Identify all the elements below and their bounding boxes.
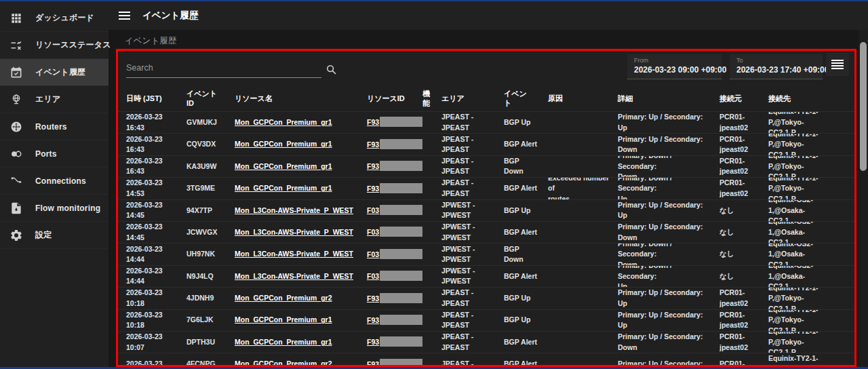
resource-name-link[interactable]: Mon_GCPCon_Premium_gr1 [235,117,332,128]
redaction-mask [380,139,422,149]
cell-cause [548,310,618,331]
sidebar-item-routers[interactable]: Routers [0,113,108,140]
resource-name-link[interactable]: Mon_L3Con-AWS-Private_P_WEST [235,227,353,238]
table-row: 2026-03-23 16:43GVMUKJMon_GCPCon_Premium… [118,112,854,134]
cell-area: JPWEST - JPWEST [441,222,504,243]
sidebar-item-event-history[interactable]: イベント履歴 [0,59,108,86]
resource-id-link[interactable]: F93 [367,162,379,170]
resource-id-link[interactable]: F03 [367,228,379,236]
cell-area: JPEAST - JPEAST [441,156,504,177]
cell-rid: F93 [367,134,422,155]
checklist-icon [9,39,23,52]
cell-fn [422,332,441,353]
cell-dst: Equinix-OS2-1,@Osaka- CC2-1 [768,222,854,243]
to-date-field[interactable]: To 2026-03-23 17:40 +09:00 [730,54,823,79]
resource-id-link[interactable]: F93 [367,316,379,324]
cell-dt: 2026-03-23 16:43 [118,134,186,155]
sidebar-item-ports[interactable]: Ports [0,140,108,168]
table-row: 2026-03-23 14:45JCWVGXMon_L3Con-AWS-Priv… [118,222,854,244]
cell-ev: BGP Alert [504,222,548,243]
cell-detail: Primary: Down / Secondary: Down [618,244,719,265]
cell-ev: BGP Alert [504,332,548,353]
cell-rid: F93 [367,353,422,367]
cell-detail: Primary: Up / Secondary: Down [618,332,719,353]
menu-icon[interactable] [117,9,132,22]
resource-name-link[interactable]: Mon_GCPCon_Premium_gr2 [235,359,332,367]
cell-detail: Primary: Up / Secondary: Up [618,310,719,331]
column-header-res: リソース名 [235,85,367,111]
cell-cause [548,222,618,243]
resource-id-link[interactable]: F93 [367,140,379,149]
cell-dt: 2026-03-23 16:43 [118,156,186,177]
window-edge-top [0,0,868,1]
redaction-mask [380,293,422,303]
cell-dt: 2026-03-23 14:45 [118,200,186,221]
cell-area: JPEAST - JPEAST [441,332,504,353]
to-label: To [736,57,816,64]
cell-detail: Primary: Up / Secondary: Down [618,222,719,243]
resource-id-link[interactable]: F03 [367,250,379,258]
cell-detail: Primary: Up / Secondary: Up [618,288,719,309]
column-header-src: 接続元 [719,85,768,111]
sidebar-item-area[interactable]: エリア [0,86,108,113]
redaction-mask [380,249,422,259]
resource-id-link[interactable]: F93 [367,118,379,126]
cell-area: JPEAST - JPEAST [441,310,504,331]
resource-name-link[interactable]: Mon_L3Con-AWS-Private_P_WEST [235,271,353,282]
resource-id-link[interactable]: F93 [367,294,379,303]
cell-ev: BGP Alert [504,353,548,367]
sidebar-item-flow-monitoring[interactable]: Flow monitoring [0,195,108,222]
resource-name-link[interactable]: Mon_L3Con-AWS-Private_P_WEST [235,249,353,260]
cell-dst: Equinix-TY2-1-P,@Tokyo- CC2-1-P [768,310,854,331]
resource-name-link[interactable]: Mon_GCPCon_Premium_gr2 [235,293,332,304]
resource-name-link[interactable]: Mon_L3Con-AWS-Private_P_WEST [235,206,353,216]
cell-id: DPTH3U [186,332,235,353]
topbar: イベント履歴 [108,1,868,30]
cell-id: KA3U9W [186,156,235,177]
cell-res: Mon_L3Con-AWS-Private_P_WEST [235,266,367,287]
cell-res: Mon_L3Con-AWS-Private_P_WEST [235,222,367,243]
resource-name-link[interactable]: Mon_GCPCon_Premium_gr1 [235,183,332,194]
resource-name-link[interactable]: Mon_GCPCon_Premium_gr1 [235,139,332,150]
scrollbar-thumb[interactable] [860,42,867,171]
cell-ev: BGP Up [504,200,548,221]
resource-id-link[interactable]: F03 [367,272,379,280]
from-label: From [634,57,715,64]
cell-src: PCR01- jpeast02 [719,134,768,155]
search-field [126,60,321,78]
sidebar-item-resource-status[interactable]: リソースステータス [0,32,108,59]
search-input[interactable] [126,60,321,77]
sidebar-item-connections[interactable]: Connections [0,168,108,195]
resource-id-link[interactable]: F93 [367,360,379,367]
cell-ev: BGP Alert [504,178,548,199]
globe-icon [9,93,23,106]
vertical-scrollbar [859,30,868,367]
cell-area: JPWEST - JPWEST [441,266,504,287]
cell-dst: Equinix-TY2-1-P,@Tokyo- CC2-1-P [768,178,854,199]
cell-res: Mon_L3Con-AWS-Private_P_WEST [235,200,367,221]
connection-icon [9,174,23,188]
search-icon[interactable] [326,64,337,75]
redaction-mask [380,315,422,325]
cell-src: なし [719,244,768,265]
sidebar-item-settings[interactable]: 設定 [0,222,108,249]
cell-dt: 2026-03-23 10:18 [118,288,186,309]
resource-id-link[interactable]: F93 [367,338,379,346]
cell-cause: Exceeded number of routes [548,178,618,199]
cell-cause [548,353,618,367]
sidebar-item-dashboard[interactable]: ダッシュボード [0,5,108,32]
cell-dst: Equinix-OS2-1,@Osaka- CC2-1 [768,244,854,265]
table-row: 2026-03-23 10:184JDNH9Mon_GCPCon_Premium… [118,288,854,309]
table-options-button[interactable] [826,53,849,76]
cell-ev: BGP Down [504,156,548,177]
resource-id-link[interactable]: F93 [367,184,379,193]
table-row: 2026-03-23 10:187G6LJKMon_GCPCon_Premium… [118,310,854,332]
cell-dt: 2026-03-23 14:45 [118,222,186,243]
cell-ev: BGP Up [504,112,548,133]
resource-id-link[interactable]: F03 [367,206,379,214]
table-row: 2026-03-23 14:44UH97NKMon_L3Con-AWS-Priv… [118,244,854,265]
from-date-field[interactable]: From 2026-03-23 09:00 +09:00 [627,54,722,79]
resource-name-link[interactable]: Mon_GCPCon_Premium_gr1 [235,161,332,172]
resource-name-link[interactable]: Mon_GCPCon_Premium_gr1 [235,315,332,326]
resource-name-link[interactable]: Mon_GCPCon_Premium_gr1 [235,337,332,348]
